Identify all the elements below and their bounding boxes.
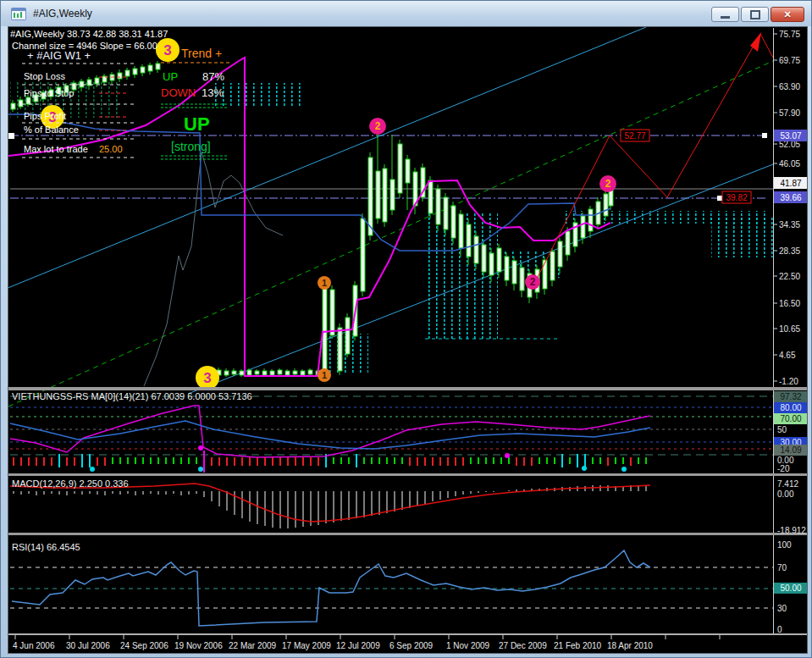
histogram-bar — [539, 457, 540, 464]
symbol-header: + #AIG W1 + — [27, 49, 91, 62]
candle-body — [588, 209, 593, 231]
candle-body — [11, 103, 15, 109]
rsi-axis-label: 70 — [777, 563, 787, 572]
histogram-bar — [249, 457, 251, 466]
histogram-bar — [592, 457, 594, 464]
histogram-bar — [196, 457, 197, 464]
histogram-bar — [363, 457, 365, 464]
trend-up-value: 87% — [202, 70, 224, 83]
histogram-bar — [20, 457, 22, 466]
candle-body — [285, 371, 290, 375]
date-label: 12 Jul 2009 — [336, 641, 380, 650]
histogram-bar — [394, 457, 395, 464]
row-pips-to-stop: Pips to Stop — [24, 88, 74, 98]
panel-splitter[interactable] — [8, 473, 807, 476]
close-button[interactable]: ✕ — [771, 7, 804, 22]
row-pct-balance: % of Balance — [24, 124, 79, 135]
rs-cyan-dots — [582, 466, 587, 471]
date-label: 30 Jul 2006 — [66, 641, 110, 650]
candle-body — [604, 194, 608, 216]
svg-text:70.00: 70.00 — [780, 414, 801, 423]
histogram-bar — [500, 457, 502, 464]
histogram-bar — [531, 457, 533, 466]
panel-splitter — [8, 633, 807, 635]
histogram-bar — [272, 457, 273, 466]
histogram-bar — [89, 454, 91, 467]
histogram-bar — [409, 457, 411, 466]
candle-body — [361, 218, 365, 291]
histogram-bar — [318, 457, 319, 466]
histogram-bar — [36, 457, 37, 466]
rs-magenta-dots — [505, 453, 510, 458]
histogram-bar — [439, 457, 441, 466]
window-title: #AIG,Weekly — [33, 8, 92, 19]
svg-text:53.07: 53.07 — [780, 131, 801, 141]
candle-body — [428, 180, 433, 213]
date-label: 21 Feb 2010 — [554, 641, 602, 650]
svg-text:80.00: 80.00 — [780, 403, 801, 412]
histogram-bar — [310, 457, 312, 466]
candle-body — [505, 257, 509, 280]
histogram-bar — [577, 454, 578, 467]
histogram-bar — [218, 457, 220, 466]
candle-body — [148, 65, 152, 71]
candle-body — [240, 371, 244, 375]
candle-body — [543, 260, 547, 289]
restore-button[interactable] — [741, 7, 769, 22]
date-label: 22 Mar 2009 — [229, 641, 277, 650]
svg-text:97.32: 97.32 — [780, 392, 801, 401]
candle-body — [255, 371, 259, 374]
histogram-bar — [478, 457, 479, 464]
row-stop-loss: Stop Loss — [24, 71, 65, 81]
histogram-bar — [447, 457, 449, 466]
trend-title: Trend + — [181, 47, 222, 60]
chart-client-area[interactable]: 52.7739.8233311222#AIG,Weekly 38.73 42.8… — [8, 26, 808, 654]
chart-canvas[interactable]: 52.7739.8233311222#AIG,Weekly 38.73 42.8… — [8, 27, 807, 653]
histogram-bar — [295, 457, 296, 466]
histogram-bar — [340, 457, 342, 464]
panel-splitter[interactable] — [8, 533, 807, 535]
histogram-bar — [417, 457, 418, 466]
candle-body — [308, 370, 312, 374]
row-max-lot: Max lot to trade — [24, 144, 88, 154]
candle-body — [390, 180, 395, 210]
candle-body — [581, 216, 585, 238]
histogram-bar — [234, 457, 235, 466]
histogram-bar — [119, 457, 121, 464]
histogram-bar — [371, 457, 373, 464]
candle-body — [406, 159, 410, 183]
macd-axis-label: 7.412 — [777, 479, 798, 489]
candle-body — [467, 224, 471, 257]
histogram-bar — [211, 457, 213, 466]
histogram-bar — [188, 457, 190, 464]
histogram-bar — [279, 457, 281, 466]
candle-body — [338, 328, 342, 371]
histogram-bar — [226, 457, 228, 466]
level-handle[interactable] — [717, 196, 722, 201]
price-tick: 4.65 — [779, 351, 796, 360]
rs-axis-label: 50 — [777, 425, 787, 434]
date-label: 19 Nov 2006 — [174, 641, 223, 650]
histogram-bar — [523, 457, 525, 466]
title-bar[interactable]: #AIG,Weekly ✕ — [1, 1, 811, 26]
candle-body — [19, 100, 23, 107]
level-handle[interactable] — [8, 133, 14, 139]
price-tick: 34.35 — [779, 220, 800, 229]
date-label: 18 Apr 2010 — [607, 641, 653, 650]
panel-splitter[interactable] — [8, 387, 807, 390]
histogram-bar — [584, 454, 586, 467]
minimize-button[interactable] — [711, 7, 739, 22]
price-tick: 57.90 — [779, 108, 800, 118]
histogram-bar — [401, 457, 403, 464]
chart-window-icon — [11, 8, 26, 20]
candle-body — [232, 371, 236, 374]
level-handle[interactable] — [762, 133, 767, 138]
svg-text:1: 1 — [322, 278, 327, 288]
trend-down-value: 13% — [202, 86, 224, 99]
histogram-bar — [43, 457, 45, 466]
candle-body — [26, 97, 30, 104]
candle-body — [566, 231, 570, 255]
svg-text:39.82: 39.82 — [726, 193, 747, 202]
histogram-bar — [74, 457, 75, 466]
svg-text:2: 2 — [375, 120, 381, 132]
